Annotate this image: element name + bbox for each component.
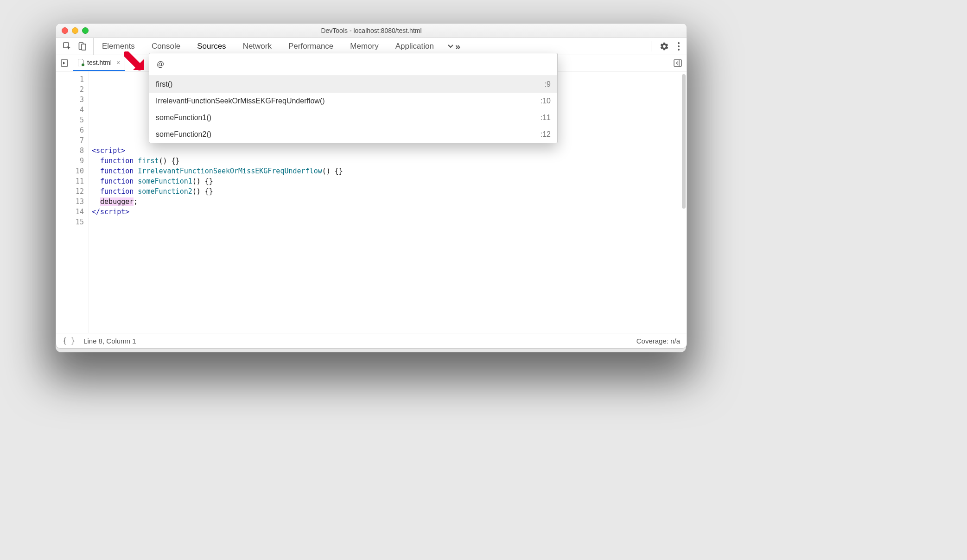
settings-icon[interactable] (660, 42, 669, 51)
quick-open-input-row (149, 53, 557, 76)
tab-application[interactable]: Application (387, 38, 442, 55)
tab-console[interactable]: Console (143, 38, 189, 55)
quick-open-input[interactable] (156, 60, 551, 69)
inspect-element-icon[interactable] (63, 42, 72, 51)
quick-open-row-label: IrrelevantFunctionSeekOrMissEKGFreqUnder… (156, 97, 325, 105)
quick-open-row-line: :10 (541, 97, 551, 105)
svg-point-7 (82, 64, 84, 66)
device-toolbar-icon[interactable] (78, 42, 87, 51)
close-tab-icon[interactable]: × (116, 59, 120, 66)
svg-rect-2 (82, 44, 86, 50)
svg-point-3 (678, 42, 680, 44)
quick-open-row-label: someFunction1() (156, 114, 211, 122)
cursor-position: Line 8, Column 1 (83, 337, 136, 345)
svg-rect-8 (674, 60, 681, 66)
quick-open-row[interactable]: first():9 (149, 76, 557, 93)
window-title: DevTools - localhost:8080/test.html (56, 27, 687, 34)
quick-open-row[interactable]: someFunction2():12 (149, 126, 557, 143)
more-tabs-icon[interactable]: » (442, 41, 465, 52)
quick-open-popup: first():9IrrelevantFunctionSeekOrMissEKG… (149, 53, 558, 143)
separator (651, 41, 651, 51)
show-debugger-pane-icon[interactable] (674, 59, 682, 67)
tab-memory[interactable]: Memory (342, 38, 387, 55)
file-icon (78, 59, 84, 66)
svg-point-5 (678, 49, 680, 51)
quick-open-row-label: someFunction2() (156, 130, 211, 139)
tab-performance[interactable]: Performance (280, 38, 342, 55)
devtools-window: DevTools - localhost:8080/test.html Elem… (56, 23, 687, 349)
file-tabstrip: test.html × first():9IrrelevantFunctionS… (56, 55, 687, 71)
coverage-status: Coverage: n/a (636, 337, 680, 345)
status-bar: { } Line 8, Column 1 Coverage: n/a (56, 333, 687, 348)
quick-open-row[interactable]: someFunction1():11 (149, 109, 557, 126)
annotation-arrow-icon (124, 51, 149, 78)
quick-open-row-line: :12 (541, 130, 551, 139)
line-gutter: 123456789101112131415 (56, 71, 89, 333)
svg-point-4 (678, 45, 680, 47)
quick-open-row-label: first() (156, 80, 172, 89)
quick-open-row-line: :11 (541, 114, 551, 122)
titlebar: DevTools - localhost:8080/test.html (56, 24, 687, 38)
tab-network[interactable]: Network (235, 38, 280, 55)
quick-open-row[interactable]: IrrelevantFunctionSeekOrMissEKGFreqUnder… (149, 93, 557, 109)
tab-sources[interactable]: Sources (189, 38, 234, 55)
file-tab-test-html[interactable]: test.html × (73, 55, 125, 71)
show-navigator-icon[interactable] (61, 59, 68, 67)
pretty-print-icon[interactable]: { } (63, 337, 75, 345)
quick-open-row-line: :9 (545, 80, 551, 89)
file-tab-label: test.html (87, 59, 112, 66)
kebab-menu-icon[interactable] (677, 42, 680, 51)
scrollbar[interactable] (682, 74, 686, 209)
